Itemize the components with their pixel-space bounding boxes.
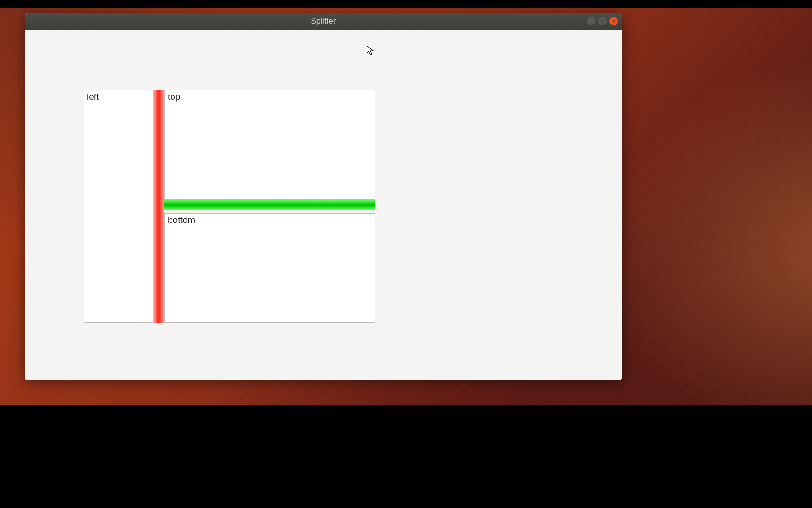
top-pane[interactable]: top [164, 90, 375, 200]
bottom-pane-label: bottom [168, 215, 195, 225]
right-column: top bottom [164, 90, 375, 323]
app-window: Splitter – □ × left top bottom [25, 13, 622, 380]
close-button[interactable]: × [609, 17, 618, 25]
window-controls: – □ × [587, 17, 618, 25]
splitter-container: left top bottom [84, 90, 375, 323]
vertical-splitter[interactable] [153, 90, 164, 323]
client-area: left top bottom [25, 30, 622, 380]
left-pane[interactable]: left [84, 90, 153, 323]
maximize-button[interactable]: □ [598, 17, 607, 25]
letterbox-bottom [0, 405, 812, 508]
bottom-pane[interactable]: bottom [164, 213, 375, 323]
horizontal-splitter[interactable] [164, 200, 375, 210]
top-pane-label: top [168, 92, 180, 102]
left-pane-label: left [87, 92, 99, 102]
letterbox-top [0, 0, 812, 8]
window-title: Splitter [311, 16, 336, 26]
minimize-button[interactable]: – [587, 17, 595, 25]
titlebar[interactable]: Splitter – □ × [25, 13, 622, 30]
